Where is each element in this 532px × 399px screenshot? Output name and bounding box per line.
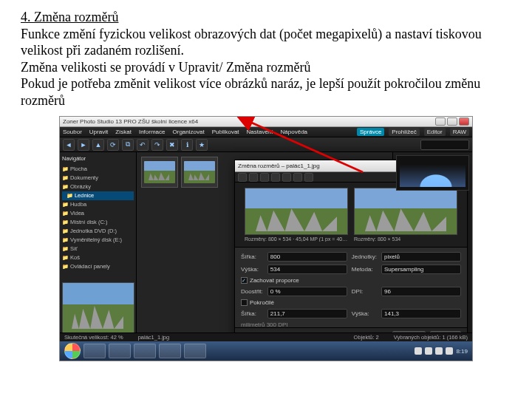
back-icon[interactable]: ◄ <box>63 139 75 151</box>
statusbar: Skutečná velikost: 42 % palác1_1.jpg Obj… <box>60 332 472 341</box>
next-icon[interactable] <box>260 173 269 182</box>
taskbar-clock[interactable]: 8:19 <box>456 348 468 355</box>
checkbox-icon <box>241 299 248 306</box>
taskbar[interactable]: 8:19 <box>60 341 472 361</box>
preview-pane-image <box>62 282 134 334</box>
section-title: 4. Změna rozměrů <box>21 9 511 26</box>
height-label: Výška: <box>241 266 263 273</box>
tree-header: Navigátor <box>62 154 134 163</box>
browser-area: Změna rozměrů – palác1_1.jpg <box>137 152 392 338</box>
section-p3: Pokud je potřeba změnit velikost více ob… <box>21 75 511 109</box>
up-icon[interactable]: ▲ <box>92 139 104 151</box>
status-selected: Vybraných objektů: 1 (166 kB) <box>394 334 468 341</box>
taskbar-item[interactable] <box>134 344 156 358</box>
preview-after: Rozměry: 800 × 534 <box>354 188 457 242</box>
units-select[interactable]: pixelů <box>381 252 461 262</box>
preview-before-image <box>245 188 348 235</box>
search-input[interactable] <box>420 140 469 150</box>
tree-node[interactable]: Obrázky <box>62 183 134 191</box>
info-icon[interactable]: ℹ <box>181 139 193 151</box>
tray-icon[interactable] <box>425 347 432 355</box>
status-objects: Objektů: 2 <box>354 334 379 341</box>
mode-viewer[interactable]: Prohlížeč <box>389 128 419 136</box>
zoom-fit-icon[interactable] <box>282 173 291 182</box>
sharpen-input[interactable]: 0 % <box>267 287 347 296</box>
prev-icon[interactable] <box>249 173 258 182</box>
tray-icon[interactable] <box>446 347 453 355</box>
height-input[interactable]: 534 <box>267 265 347 274</box>
status-zoom: Skutečná velikost: 42 % <box>64 334 123 341</box>
taskbar-item[interactable] <box>184 344 206 358</box>
tree-node[interactable]: Jednotka DVD (D:) <box>62 227 134 236</box>
screenshot: Zoner Photo Studio 13 PRO ZŠU školní lic… <box>59 116 473 361</box>
forward-icon[interactable]: ► <box>78 139 89 151</box>
menu-item[interactable]: Upravit <box>89 129 108 135</box>
advanced-checkbox[interactable]: Pokročilé <box>241 299 461 306</box>
taskbar-item[interactable] <box>83 344 106 358</box>
taskbar-item[interactable] <box>109 344 131 358</box>
dpi-input[interactable]: 96 <box>381 287 461 296</box>
mode-editor[interactable]: Editor <box>424 128 446 136</box>
mode-manager[interactable]: Správce <box>357 128 384 136</box>
taskbar-item[interactable] <box>159 344 181 358</box>
checkbox-icon <box>241 277 248 284</box>
width-label: Šířka: <box>241 253 263 260</box>
dialog-title: Změna rozměrů – palác1_1.jpg <box>238 163 320 169</box>
histogram-icon[interactable] <box>304 173 313 182</box>
window-titlebar[interactable]: Zoner Photo Studio 13 PRO ZŠU školní lic… <box>60 117 472 127</box>
units-label: Jednotky: <box>352 253 377 260</box>
menu-item[interactable]: Nastavení <box>247 129 273 135</box>
tree-node[interactable]: Videa <box>62 209 134 218</box>
tree-node[interactable]: Plocha <box>62 165 134 174</box>
refresh-icon[interactable]: ⟳ <box>107 139 119 151</box>
tree-node-selected[interactable]: Lednice <box>62 191 134 200</box>
thumbnail[interactable] <box>181 157 218 188</box>
section-p2: Změna velikosti se provádí v Upravit/ Zm… <box>21 59 511 76</box>
tree-node[interactable]: Hudba <box>62 200 134 209</box>
menu-item[interactable]: Organizovat <box>173 129 205 135</box>
toolbar: ◄ ► ▲ ⟳ ⧉ ↶ ↷ ✖ ℹ ★ <box>60 137 472 152</box>
start-button-icon[interactable] <box>64 343 81 359</box>
print-width-label: Šířka: <box>241 310 263 317</box>
copy-icon[interactable]: ⧉ <box>122 139 134 151</box>
menu-item[interactable]: Publikovat <box>212 129 239 135</box>
print-width-input[interactable]: 211,7 <box>267 309 347 318</box>
dpi-label: DPI: <box>352 288 377 295</box>
last-icon[interactable] <box>271 173 280 182</box>
print-height-label: Výška: <box>352 310 377 317</box>
rotate-left-icon[interactable]: ↶ <box>137 139 149 151</box>
rotate-right-icon[interactable]: ↷ <box>151 139 163 151</box>
maximize-button[interactable] <box>447 117 457 126</box>
delete-icon[interactable]: ✖ <box>166 139 178 151</box>
thumbnail[interactable] <box>141 157 178 188</box>
menu-item[interactable]: Nápověda <box>281 129 307 135</box>
status-filename: palác1_1.jpg <box>138 334 170 341</box>
tree-node[interactable]: Vyměnitelný disk (E:) <box>62 236 134 245</box>
method-select[interactable]: Supersampling <box>381 265 461 274</box>
close-button[interactable] <box>459 117 469 126</box>
zoom-1-1-icon[interactable] <box>293 173 302 182</box>
menu-item[interactable]: Soubor <box>63 129 82 135</box>
menubar: Soubor Upravit Získat Informace Organizo… <box>60 127 472 137</box>
first-icon[interactable] <box>238 173 247 182</box>
tray-icon[interactable] <box>435 347 443 355</box>
section-p1: Funkce změní fyzickou velikost obrazovýc… <box>21 26 511 59</box>
tree-node[interactable]: Koš <box>62 253 134 262</box>
tray-icon[interactable] <box>415 347 422 355</box>
menu-item[interactable]: Získat <box>115 129 132 135</box>
tree-node[interactable]: Síť <box>62 245 134 253</box>
sharpen-label: Doostřit: <box>241 288 263 295</box>
window-title: Zoner Photo Studio 13 PRO ZŠU školní lic… <box>63 118 198 125</box>
tree-node[interactable]: Ovládací panely <box>62 262 134 271</box>
keep-ratio-checkbox[interactable]: Zachovat proporce <box>241 277 461 284</box>
preview-before: Rozměry: 800 × 534 · 45,04 MP (1 px = 40… <box>245 188 348 242</box>
tree-node[interactable]: Dokumenty <box>62 174 134 183</box>
method-label: Metoda: <box>352 266 377 273</box>
menu-item[interactable]: Informace <box>139 129 166 135</box>
mode-raw[interactable]: RAW <box>450 128 469 136</box>
width-input[interactable]: 800 <box>267 252 347 262</box>
rating-icon[interactable]: ★ <box>196 139 208 151</box>
print-height-input[interactable]: 141,3 <box>381 309 461 318</box>
minimize-button[interactable] <box>435 117 446 126</box>
tree-node[interactable]: Místní disk (C:) <box>62 218 134 227</box>
